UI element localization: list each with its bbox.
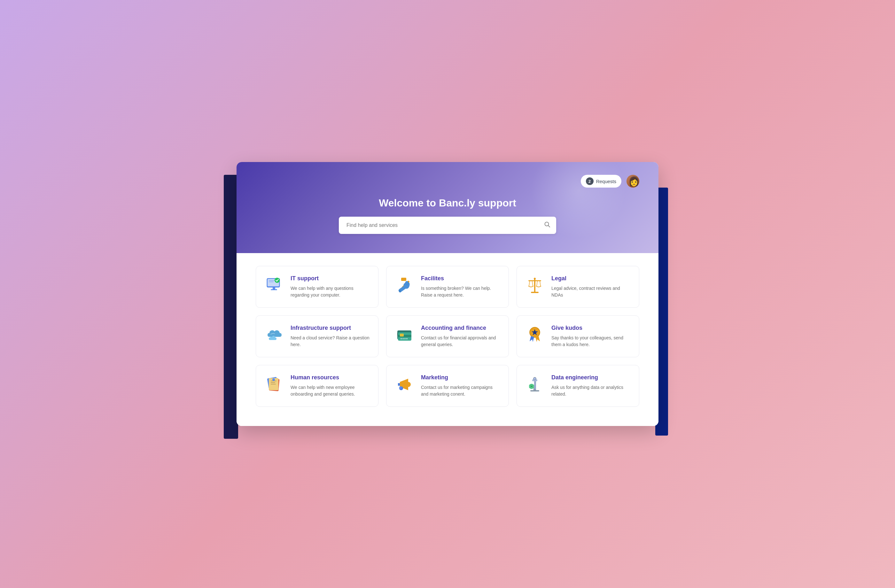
card-kudos[interactable]: Give kudos Say thanks to your colleagues… xyxy=(517,315,639,357)
svg-rect-25 xyxy=(400,333,404,336)
svg-point-42 xyxy=(406,382,411,387)
svg-point-8 xyxy=(275,278,280,283)
search-icon[interactable] xyxy=(544,221,551,229)
computer-icon xyxy=(264,275,284,296)
card-accounting[interactable]: Accounting and finance Contact us for fi… xyxy=(386,315,509,357)
card-legal-description: Legal advice, contract reviews and NDAs xyxy=(551,285,631,299)
card-hr-description: We can help with new employee onboarding… xyxy=(291,384,370,397)
card-data-engineering-title: Data engineering xyxy=(551,374,631,381)
finance-icon xyxy=(394,325,414,345)
content-section: IT support We can help with any question… xyxy=(237,253,658,426)
card-accounting-description: Contact us for financial approvals and g… xyxy=(421,335,501,348)
card-it-support-description: We can help with any questions regarding… xyxy=(291,285,370,299)
card-infrastructure[interactable]: Infrastructure support Need a cloud serv… xyxy=(256,315,378,357)
card-hr[interactable]: Human resources We can help with new emp… xyxy=(256,365,378,407)
requests-count: 2 xyxy=(586,177,593,185)
outer-container: 2 Requests Welcome to Banc.ly support xyxy=(237,162,658,426)
cards-grid: IT support We can help with any question… xyxy=(256,266,639,407)
svg-line-17 xyxy=(532,281,533,286)
kudos-icon xyxy=(525,325,545,345)
svg-line-19 xyxy=(540,281,540,286)
requests-badge[interactable]: 2 Requests xyxy=(581,175,621,188)
svg-line-16 xyxy=(529,281,529,286)
svg-rect-7 xyxy=(269,282,274,282)
svg-rect-4 xyxy=(273,287,275,289)
cloud-icon xyxy=(264,325,284,345)
svg-rect-6 xyxy=(269,280,275,281)
card-hr-text: Human resources We can help with new emp… xyxy=(291,374,370,397)
search-input[interactable] xyxy=(339,217,556,234)
svg-point-29 xyxy=(400,338,402,339)
requests-label: Requests xyxy=(596,179,616,184)
search-container xyxy=(339,217,556,234)
card-marketing[interactable]: Marketing Contact us for marketing campa… xyxy=(386,365,509,407)
svg-point-12 xyxy=(399,290,401,292)
card-marketing-title: Marketing xyxy=(421,374,501,381)
marketing-icon xyxy=(394,374,414,395)
svg-point-50 xyxy=(534,378,536,380)
card-hr-title: Human resources xyxy=(291,374,370,381)
card-kudos-title: Give kudos xyxy=(551,325,631,331)
card-data-engineering[interactable]: Data engineering Ask us for anything dat… xyxy=(517,365,639,407)
card-infrastructure-description: Need a cloud service? Raise a question h… xyxy=(291,335,370,348)
avatar-image xyxy=(626,175,639,188)
hero-nav: 2 Requests xyxy=(256,175,639,188)
tools-icon xyxy=(394,275,414,296)
svg-rect-10 xyxy=(401,278,406,281)
card-accounting-text: Accounting and finance Contact us for fi… xyxy=(421,325,501,348)
card-data-engineering-description: Ask us for anything data or analytics re… xyxy=(551,384,631,397)
svg-rect-15 xyxy=(528,280,541,281)
avatar[interactable] xyxy=(626,175,639,188)
hr-icon xyxy=(264,374,284,395)
card-facilities-text: Facilites Is something broken? We can he… xyxy=(421,275,501,299)
svg-line-1 xyxy=(548,226,550,227)
data-icon xyxy=(525,374,545,395)
scales-icon xyxy=(525,275,545,296)
card-legal-text: Legal Legal advice, contract reviews and… xyxy=(551,275,631,299)
card-infrastructure-text: Infrastructure support Need a cloud serv… xyxy=(291,325,370,348)
card-infrastructure-title: Infrastructure support xyxy=(291,325,370,331)
svg-point-30 xyxy=(402,338,404,339)
card-marketing-description: Contact us for marketing campaigns and m… xyxy=(421,384,501,397)
svg-rect-40 xyxy=(271,384,276,385)
svg-point-20 xyxy=(534,278,536,280)
card-marketing-text: Marketing Contact us for marketing campa… xyxy=(421,374,501,397)
card-it-support[interactable]: IT support We can help with any question… xyxy=(256,266,378,308)
card-data-engineering-text: Data engineering Ask us for anything dat… xyxy=(551,374,631,397)
main-card: 2 Requests Welcome to Banc.ly support xyxy=(237,162,658,426)
hero-section: 2 Requests Welcome to Banc.ly support xyxy=(237,162,658,253)
card-legal-title: Legal xyxy=(551,275,631,282)
svg-point-41 xyxy=(272,378,275,381)
card-legal[interactable]: Legal Legal advice, contract reviews and… xyxy=(517,266,639,308)
svg-rect-5 xyxy=(271,289,277,290)
svg-rect-47 xyxy=(534,380,536,389)
card-it-support-text: IT support We can help with any question… xyxy=(291,275,370,299)
page-title: Welcome to Banc.ly support xyxy=(256,197,639,209)
card-facilities-description: Is something broken? We can help. Raise … xyxy=(421,285,501,299)
card-facilities-title: Facilites xyxy=(421,275,501,282)
card-accounting-title: Accounting and finance xyxy=(421,325,501,331)
svg-point-31 xyxy=(404,338,406,339)
card-kudos-description: Say thanks to your colleagues, send them… xyxy=(551,335,631,348)
card-facilities[interactable]: Facilites Is something broken? We can he… xyxy=(386,266,509,308)
svg-rect-14 xyxy=(531,292,539,293)
svg-line-18 xyxy=(537,281,537,286)
svg-point-11 xyxy=(405,281,408,284)
card-kudos-text: Give kudos Say thanks to your colleagues… xyxy=(551,325,631,348)
card-it-support-title: IT support xyxy=(291,275,370,282)
svg-point-32 xyxy=(406,338,408,339)
svg-point-44 xyxy=(399,386,402,389)
svg-rect-39 xyxy=(271,382,275,383)
